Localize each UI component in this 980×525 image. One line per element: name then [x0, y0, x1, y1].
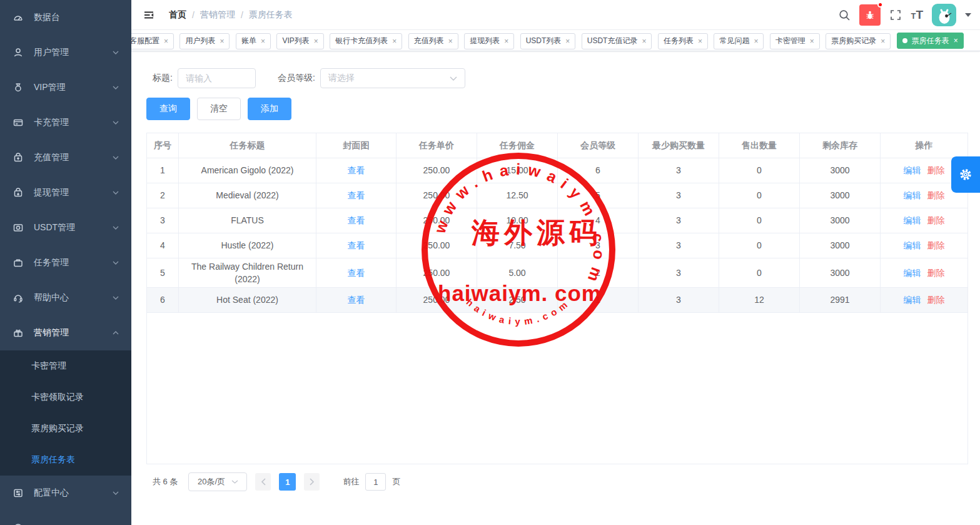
- sidebar-item-task-management[interactable]: 任务管理: [0, 245, 131, 280]
- tab-customer-service-config[interactable]: 客服配置×: [131, 33, 174, 49]
- edit-link[interactable]: 编辑: [904, 239, 921, 252]
- title-filter-input[interactable]: [178, 68, 256, 88]
- close-icon[interactable]: ×: [261, 38, 265, 45]
- edit-link[interactable]: 编辑: [904, 267, 921, 279]
- close-icon[interactable]: ×: [392, 38, 397, 45]
- close-icon[interactable]: ×: [698, 38, 702, 45]
- sidebar-subitem-card-key-management[interactable]: 卡密管理: [0, 350, 131, 382]
- error-log-button[interactable]: [859, 4, 881, 26]
- sidebar-item-vip-management[interactable]: VIP管理: [0, 70, 131, 105]
- tab-vip-list[interactable]: VIP列表×: [276, 33, 323, 49]
- view-cover-link[interactable]: 查看: [348, 214, 365, 227]
- tab-usdt-list[interactable]: USDT列表×: [520, 33, 576, 49]
- search-icon[interactable]: [838, 9, 851, 21]
- close-icon[interactable]: ×: [881, 38, 885, 45]
- breadcrumb-marketing[interactable]: 营销管理: [200, 9, 235, 21]
- page-1-button[interactable]: 1: [279, 473, 296, 491]
- close-icon[interactable]: ×: [164, 38, 168, 45]
- chevron-down-icon: [113, 156, 119, 160]
- sidebar-item-label: 数据台: [34, 12, 60, 23]
- page-size-select[interactable]: 20条/页: [188, 472, 247, 491]
- add-button[interactable]: 添加: [248, 98, 291, 120]
- tab-user-list[interactable]: 用户列表×: [179, 33, 230, 49]
- sidebar-item-withdraw-management[interactable]: 提现管理: [0, 175, 131, 210]
- action-buttons: 查询 清空 添加: [146, 98, 968, 120]
- close-icon[interactable]: ×: [642, 38, 646, 45]
- sidebar-item-dashboard[interactable]: 数据台: [0, 0, 131, 35]
- hamburger-collapse-icon[interactable]: [143, 9, 155, 21]
- delete-link[interactable]: 删除: [927, 239, 945, 252]
- sidebar-item-help-center[interactable]: 帮助中心: [0, 280, 131, 315]
- close-icon[interactable]: ×: [754, 38, 758, 45]
- dashboard-icon: [13, 12, 24, 23]
- task-table: 序号 任务标题 封面图 任务单价 任务佣金 会员等级 最少购买数量 售出数量 剩…: [146, 133, 968, 464]
- close-icon[interactable]: ×: [448, 38, 453, 45]
- fullscreen-icon[interactable]: [889, 9, 902, 21]
- sidebar-item-marketing-management[interactable]: 营销管理: [0, 315, 131, 350]
- close-icon[interactable]: ×: [810, 38, 814, 45]
- table-row: 2 Medieval (2022) 查看 250.00 12.50 5 3 0 …: [147, 183, 967, 208]
- sidebar-item-user-management[interactable]: 用户管理: [0, 35, 131, 70]
- tab-boxoffice-task-table[interactable]: 票房任务表×: [897, 33, 964, 49]
- view-cover-link[interactable]: 查看: [348, 164, 365, 176]
- prev-page-icon: [261, 478, 266, 486]
- delete-link[interactable]: 删除: [927, 293, 945, 306]
- tab-task-list[interactable]: 任务列表×: [658, 33, 708, 49]
- tab-recharge-list[interactable]: 充值列表×: [408, 33, 458, 49]
- view-cover-link[interactable]: 查看: [348, 189, 365, 201]
- view-cover-link[interactable]: 查看: [348, 293, 365, 306]
- sidebar-item-partial[interactable]: [0, 511, 131, 525]
- edit-link[interactable]: 编辑: [904, 189, 921, 201]
- tab-boxoffice-purchase-records[interactable]: 票房购买记录×: [826, 33, 891, 49]
- next-page-icon: [310, 478, 315, 486]
- sidebar-item-label: 营销管理: [34, 327, 69, 339]
- table-row: 3 FLATUS 查看 250.00 10.00 4 3 0 3000 编辑删除: [147, 208, 967, 233]
- sidebar-item-card-recharge-management[interactable]: 卡充管理: [0, 105, 131, 140]
- tab-card-key-management[interactable]: 卡密管理×: [770, 33, 820, 49]
- delete-link[interactable]: 删除: [927, 267, 945, 279]
- edit-link[interactable]: 编辑: [904, 293, 921, 306]
- delete-link[interactable]: 删除: [927, 189, 945, 201]
- sidebar-subitem-card-key-claim-records[interactable]: 卡密领取记录: [0, 382, 131, 413]
- tab-faq[interactable]: 常见问题×: [714, 33, 764, 49]
- goto-page-input[interactable]: [365, 473, 386, 491]
- clear-button[interactable]: 清空: [197, 98, 241, 120]
- caret-down-icon[interactable]: [965, 13, 971, 17]
- close-icon[interactable]: ×: [220, 38, 224, 45]
- sidebar-item-recharge-management[interactable]: 充值管理: [0, 140, 131, 175]
- deposit-bag-icon: [13, 152, 24, 163]
- settings-panel-button[interactable]: [951, 156, 980, 193]
- active-tab-dot: [902, 38, 907, 43]
- sidebar-subitem-boxoffice-task-table[interactable]: 票房任务表: [0, 444, 131, 476]
- breadcrumb-home[interactable]: 首页: [169, 9, 186, 21]
- view-cover-link[interactable]: 查看: [348, 239, 365, 252]
- fontsize-icon[interactable]: TT: [911, 9, 923, 21]
- prev-page-button[interactable]: [255, 473, 271, 491]
- chevron-down-icon: [231, 480, 238, 484]
- view-cover-link[interactable]: 查看: [348, 267, 365, 279]
- delete-link[interactable]: 删除: [927, 214, 945, 227]
- sidebar-subitem-boxoffice-purchase-records[interactable]: 票房购买记录: [0, 413, 131, 444]
- filter-row: 标题: 会员等级: 请选择: [153, 68, 968, 88]
- level-filter-select[interactable]: 请选择: [320, 68, 465, 88]
- search-button[interactable]: 查询: [146, 98, 190, 120]
- breadcrumb-current: 票房任务表: [249, 9, 293, 21]
- edit-link[interactable]: 编辑: [904, 164, 921, 176]
- close-icon[interactable]: ×: [954, 37, 958, 44]
- sidebar-item-config-center[interactable]: 配置中心: [0, 476, 131, 511]
- close-icon[interactable]: ×: [314, 38, 318, 45]
- sidebar-item-usdt-management[interactable]: USDT管理: [0, 210, 131, 245]
- delete-link[interactable]: 删除: [927, 164, 945, 176]
- avatar[interactable]: [932, 4, 956, 26]
- close-icon[interactable]: ×: [504, 38, 508, 45]
- close-icon[interactable]: ×: [565, 38, 570, 45]
- goto-label: 前往: [343, 476, 359, 487]
- marketing-submenu: 卡密管理 卡密领取记录 票房购买记录 票房任务表: [0, 350, 131, 476]
- edit-link[interactable]: 编辑: [904, 214, 921, 227]
- tab-bankcard-recharge-list[interactable]: 银行卡充值列表×: [330, 33, 402, 49]
- tab-withdraw-list[interactable]: 提现列表×: [464, 33, 514, 49]
- level-filter-label: 会员等级:: [278, 73, 315, 84]
- tab-bill[interactable]: 账单×: [236, 33, 271, 49]
- tab-usdt-recharge-records[interactable]: USDT充值记录×: [582, 33, 652, 49]
- next-page-button[interactable]: [304, 473, 320, 491]
